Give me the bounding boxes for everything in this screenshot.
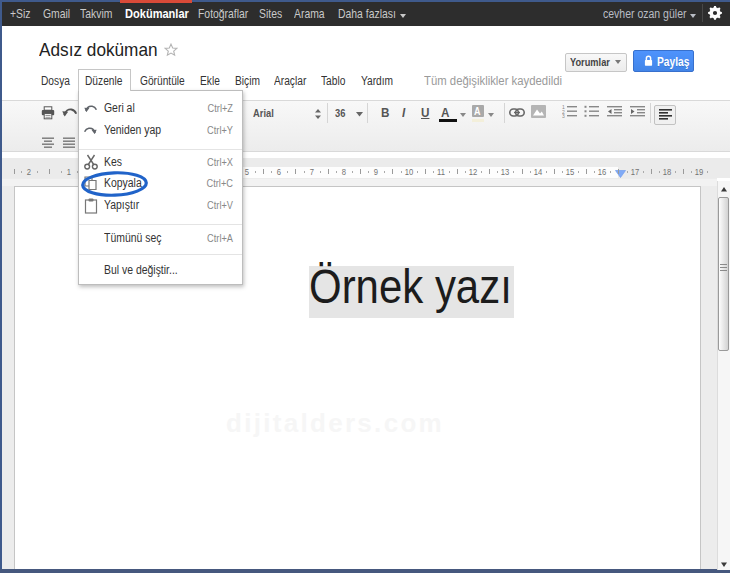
svg-text:3: 3 bbox=[562, 113, 565, 118]
